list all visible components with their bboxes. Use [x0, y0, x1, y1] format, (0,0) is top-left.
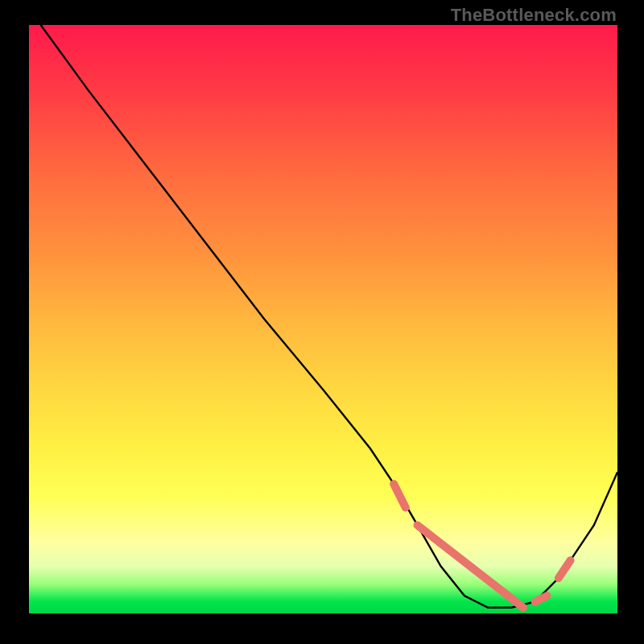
- main-curve-path: [41, 25, 617, 608]
- attribution-text: TheBottleneck.com: [451, 5, 617, 26]
- curve-overlay: [29, 25, 617, 613]
- highlight-segment: [394, 484, 406, 507]
- highlight-group: [394, 484, 570, 608]
- highlight-segment: [418, 525, 524, 607]
- highlight-segment: [535, 596, 547, 601]
- chart-frame: TheBottleneck.com: [0, 0, 644, 644]
- highlight-segment: [559, 560, 571, 578]
- plot-area: [29, 25, 617, 613]
